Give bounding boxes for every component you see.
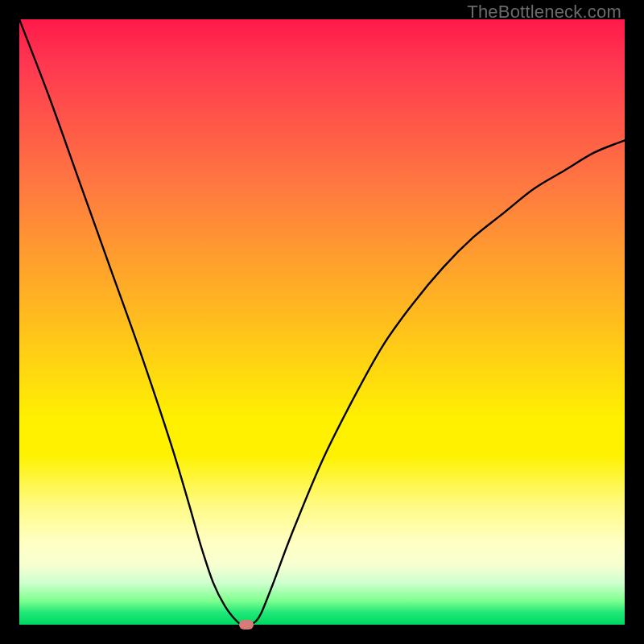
chart-container: TheBottleneck.com: [0, 0, 644, 644]
plot-area: [19, 19, 625, 625]
watermark-text: TheBottleneck.com: [467, 2, 621, 23]
optimal-marker: [239, 620, 254, 630]
